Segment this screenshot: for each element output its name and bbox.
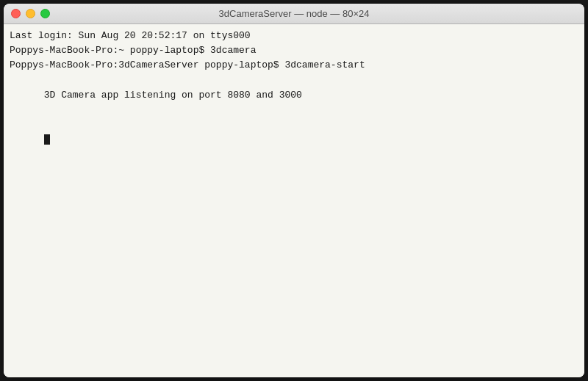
close-button[interactable]	[11, 9, 21, 18]
terminal-body[interactable]: Last login: Sun Aug 20 20:52:17 on ttys0…	[4, 24, 584, 377]
titlebar: 3dCameraServer — node — 80×24	[4, 4, 584, 24]
terminal-window: 3dCameraServer — node — 80×24 Last login…	[4, 4, 584, 377]
terminal-cursor	[44, 134, 50, 145]
terminal-line-3: Poppys-MacBook-Pro:3dCameraServer poppy-…	[10, 58, 578, 73]
maximize-button[interactable]	[40, 9, 50, 18]
terminal-line-2: Poppys-MacBook-Pro:~ poppy-laptop$ 3dcam…	[10, 43, 578, 58]
terminal-cursor-line	[10, 117, 578, 162]
traffic-lights	[11, 9, 50, 18]
minimize-button[interactable]	[26, 9, 35, 18]
terminal-line-1: Last login: Sun Aug 20 20:52:17 on ttys0…	[10, 29, 578, 43]
terminal-line-4: 3D Camera app listening on port 8080 and…	[10, 73, 578, 117]
window-title: 3dCameraServer — node — 80×24	[219, 8, 370, 19]
